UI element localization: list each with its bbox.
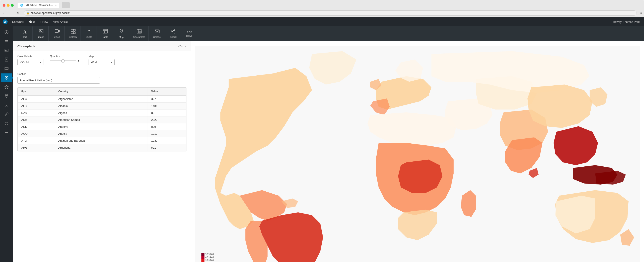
form-options-section: Color Palette YlOrRd Blues Greens Reds P… [13,51,191,69]
sidebar-item-openhtml[interactable] [1,73,12,82]
quote-button-label: Quote [86,36,92,38]
svg-point-15 [6,104,7,105]
url-security-icon: 🔒 [26,12,30,15]
cell-value: 899 [148,123,186,130]
cell-value: 1030 [148,137,186,144]
table-row: ARG Argentina 591 [18,144,186,151]
svg-rect-33 [155,30,159,33]
sidebar-item-collapse[interactable] [1,128,12,137]
close-dot[interactable] [2,4,6,7]
svg-point-35 [171,31,172,32]
sidebar-item-pages[interactable] [1,55,12,64]
minimize-dot[interactable] [7,4,10,7]
new-tab-placeholder[interactable] [62,2,70,8]
text-button-label: Text [22,36,27,38]
svg-point-28 [121,30,122,31]
panel-code-button[interactable]: </> [178,45,182,48]
maximize-dot[interactable] [11,4,14,7]
caption-group: Caption [17,73,186,84]
wp-content: A Text Image Video Splash [13,26,644,262]
wp-logo[interactable]: W [2,19,8,25]
social-icon [170,29,176,35]
cell-country: Afghanistan [55,95,148,103]
quantize-slider-thumb[interactable] [61,59,65,63]
sidebar-item-settings[interactable] [1,119,12,128]
browser-tab[interactable]: 🌐 Edit Article • Snowball — × [18,3,59,8]
svg-point-12 [6,77,7,78]
map-select[interactable]: World USA Europe [88,59,114,65]
cell-fips: AGO [18,130,55,137]
quantize-label: Quantize [50,55,82,58]
svg-rect-32 [139,31,141,33]
toolbar-quote-button[interactable]: " Quote [82,27,97,41]
toolbar-text-button[interactable]: A Text [17,27,32,41]
toolbar-image-button[interactable]: Image [34,26,48,41]
sidebar-item-posts[interactable] [1,37,12,46]
admin-bar-new[interactable]: + New [38,17,50,26]
legend-row-0: 5,393.00 [202,253,214,256]
data-table-wrapper: fips Country Value AFG Afghanistan 327 A… [17,87,186,151]
panel-header: Choropleth </> × [13,41,191,51]
editor-toolbar: A Text Image Video Splash [13,26,644,41]
tab-label: Edit Article • Snowball — [24,4,53,7]
panel-actions: </> × [178,45,186,48]
back-button[interactable]: ← [2,11,7,16]
color-palette-select[interactable]: YlOrRd Blues Greens Reds Purples [17,59,44,65]
toolbar-social-button[interactable]: Social [166,26,181,41]
sidebar-item-plugins[interactable] [1,92,12,100]
admin-bar-comments[interactable]: 💬 0 [27,17,37,26]
sidebar-item-media[interactable] [1,46,12,55]
splash-icon [70,29,76,35]
sidebar-item-users[interactable] [1,101,12,110]
text-icon: A [23,29,27,35]
tab-close-button[interactable]: × [55,4,57,7]
cell-country: Argentina [55,144,148,151]
right-panel: 5,393.00 4,314.40 3,235.80 [191,41,644,262]
video-icon [54,29,60,35]
table-row: DZA Algeria 89 [18,110,186,116]
map-label: Map [88,55,114,58]
svg-rect-3 [5,41,8,42]
data-table: fips Country Value AFG Afghanistan 327 A… [18,88,186,151]
cell-country: American Samoa [55,116,148,123]
admin-bar-view-article[interactable]: View Article [51,17,70,26]
toolbar-choropleth-button[interactable]: Choropleth [130,26,149,41]
sidebar-item-dashboard[interactable] [1,28,12,37]
cell-fips: ASM [18,116,55,123]
sidebar-item-tools[interactable] [1,110,12,119]
wp-admin-bar: W Snowball 💬 0 + New View Article Howdy,… [0,17,644,26]
forward-button[interactable]: → [9,11,14,16]
toolbar-contact-button[interactable]: Contact [150,26,165,41]
url-text: snowball.openhtml.org/wp-admin/ [31,12,70,15]
toolbar-html-button[interactable]: </> HTML [182,27,197,40]
address-bar[interactable]: 🔒 snowball.openhtml.org/wp-admin/ [24,11,637,16]
svg-point-19 [40,30,40,31]
quantize-slider-track[interactable] [50,60,76,61]
admin-bar-site-name[interactable]: Snowball [10,17,26,26]
choropleth-button-label: Choropleth [133,36,145,38]
panel-close-button[interactable]: × [185,45,186,48]
sidebar-item-comments[interactable] [1,64,12,73]
toolbar-map-button[interactable]: Map [114,26,129,41]
contact-icon [154,29,160,35]
map-svg-wrap: 5,393.00 4,314.40 3,235.80 [195,46,640,262]
toolbar-splash-button[interactable]: Splash [66,26,81,41]
quote-icon: " [88,29,90,35]
browser-menu-button[interactable]: ≡ [640,11,642,15]
caption-input[interactable] [17,77,100,84]
cell-value: 2923 [148,116,186,123]
table-button-label: Table [102,36,108,38]
sidebar-item-appearance[interactable] [1,83,12,91]
comments-icon: 💬 [29,20,32,24]
refresh-button[interactable]: ↻ [16,11,20,16]
toolbar-table-button[interactable]: Table [98,26,113,41]
wp-logo-text: W [4,20,6,24]
table-row: ASM American Samoa 2923 [18,116,186,123]
legend-label-0: 5,393.00 [205,253,214,255]
toolbar-video-button[interactable]: Video [50,26,65,41]
html-button-label: HTML [186,35,193,37]
col-country: Country [55,88,148,96]
wp-logo-circle: W [3,19,8,24]
video-button-label: Video [54,36,60,38]
cell-fips: ATG [18,137,55,144]
